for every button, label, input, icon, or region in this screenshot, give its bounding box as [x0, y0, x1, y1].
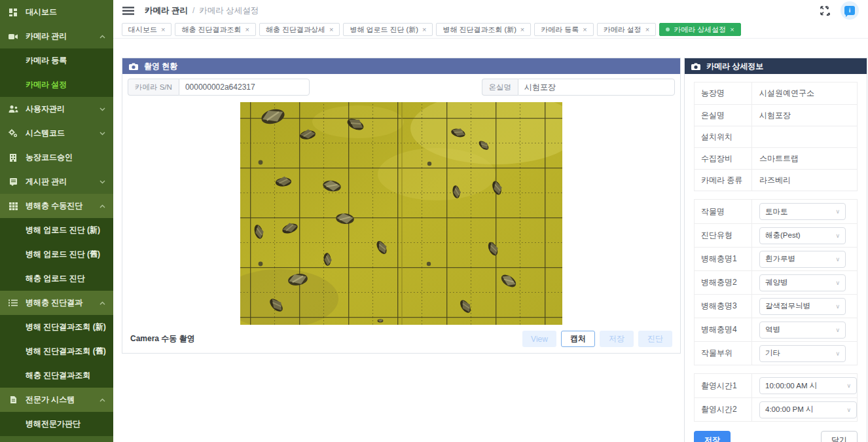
sidebar-item-camera-management[interactable]: 카메라 관리: [0, 24, 113, 48]
sidebar-item-label: 농장코드승인: [26, 152, 73, 163]
crop-part-select[interactable]: 기타 ∨: [759, 345, 846, 362]
close-icon[interactable]: ×: [730, 26, 734, 33]
table-row: 촬영시간2 4:00:00 PM 시 ∨: [695, 397, 857, 421]
tab-camera-settings[interactable]: 카메라 설정 ×: [597, 23, 657, 36]
breadcrumb-page: 카메라 상세설정: [199, 5, 259, 16]
fullscreen-icon[interactable]: [820, 6, 830, 16]
close-icon[interactable]: ×: [645, 26, 649, 33]
save-capture-button[interactable]: 저장: [600, 331, 634, 347]
tab-label: 해충 진단결과조회: [181, 25, 241, 35]
sidebar-submenu-expert: 병해전문가판단: [0, 412, 113, 436]
sidebar-item-label: 카메라 등록: [26, 55, 67, 66]
sidebar-item-label: 병해 진단결과조회 (新): [26, 322, 106, 333]
tab-pest-result-detail[interactable]: 해충 진단결과상세 ×: [259, 23, 340, 36]
gears-icon: [8, 129, 18, 138]
sidebar-item-disease-results-new[interactable]: 병해 진단결과조회 (新): [0, 315, 113, 339]
view-button[interactable]: View: [522, 331, 556, 347]
tab-camera-register[interactable]: 카메라 등록 ×: [534, 23, 594, 36]
sidebar-item-pest-manual-diagnosis[interactable]: 병해충 수동진단: [0, 194, 113, 218]
sidebar-item-label: 카메라 관리: [26, 31, 67, 42]
camera-sn-label: 카메라 S/N: [128, 79, 179, 96]
pest-name-4-select[interactable]: 역병 ∨: [759, 322, 846, 339]
document-icon: [8, 396, 18, 405]
table-row: 농장명 시설원예연구소: [695, 83, 857, 104]
capture-time-1-select[interactable]: 10:00:00 AM 시 ∨: [759, 377, 857, 394]
sidebar-item-pest-results[interactable]: 해충 진단결과조회: [0, 363, 113, 388]
chevron-up-icon: [99, 398, 105, 402]
list-icon: [8, 299, 18, 308]
capture-time-2-select[interactable]: 4:00:00 PM 시 ∨: [759, 401, 857, 418]
breadcrumb-section[interactable]: 카메라 관리: [145, 5, 188, 16]
close-icon[interactable]: ×: [245, 26, 249, 33]
close-icon[interactable]: ×: [520, 26, 524, 33]
sidebar-item-farm-code-approval[interactable]: 농장코드승인: [0, 145, 113, 170]
chevron-down-icon: ∨: [835, 232, 840, 239]
sidebar-item-camera-register[interactable]: 카메라 등록: [0, 48, 113, 73]
sidebar-item-pest-upload[interactable]: 해충 업로드 진단: [0, 267, 113, 291]
tab-pest-results[interactable]: 해충 진단결과조회 ×: [175, 23, 256, 36]
sidebar-item-expert-system[interactable]: 전문가 시스템: [0, 388, 113, 412]
diagnose-button[interactable]: 진단: [638, 331, 672, 347]
crop-name-select[interactable]: 토마토 ∨: [759, 203, 846, 220]
close-icon[interactable]: ×: [583, 26, 587, 33]
tab-label: 카메라 설정: [604, 25, 642, 35]
close-icon[interactable]: ×: [329, 26, 333, 33]
chevron-up-icon: [99, 204, 105, 208]
chevron-down-icon: ∨: [835, 350, 840, 357]
diagnosis-type-select[interactable]: 해충(Pest) ∨: [759, 227, 846, 244]
users-icon: [8, 105, 18, 114]
capture-panel-header: 촬영 현황: [122, 58, 680, 74]
sidebar-item-board-management[interactable]: 게시판 관리: [0, 170, 113, 194]
tab-camera-detail-settings[interactable]: 카메라 상세설정 ×: [659, 23, 741, 36]
sidebar-item-label: 해충 업로드 진단: [26, 273, 85, 284]
save-button[interactable]: 저장: [694, 431, 731, 442]
sidebar-item-camera-settings[interactable]: 카메라 설정: [0, 73, 113, 97]
sidebar-item-disease-upload-old[interactable]: 병해 업로드 진단 (舊): [0, 242, 113, 267]
chevron-down-icon: ∨: [846, 382, 851, 389]
greenhouse-group: 온실명: [482, 79, 676, 96]
close-icon[interactable]: ×: [422, 26, 426, 33]
camera-sn-input[interactable]: [179, 79, 310, 96]
table-row: 병해충명1 흰가루병 ∨: [695, 247, 857, 270]
table-row: 카메라 종류 라즈베리: [695, 169, 857, 191]
sidebar-item-disease-expert-judgement[interactable]: 병해전문가판단: [0, 412, 113, 436]
sidebar-item-disease-results-old[interactable]: 병해 진단결과조회 (舊): [0, 339, 113, 363]
hamburger-menu-icon[interactable]: [122, 7, 134, 15]
close-icon[interactable]: ×: [161, 26, 165, 33]
chevron-down-icon: [99, 107, 105, 111]
pest-name-3-select[interactable]: 갈색점무늬병 ∨: [759, 298, 846, 315]
topbar: 카메라 관리 / 카메라 상세설정 i: [113, 0, 868, 21]
tab-disease-results-new[interactable]: 병해 진단결과조회 (新) ×: [436, 23, 531, 36]
sidebar-item-label: 전문가 시스템: [26, 394, 75, 405]
table-row: 촬영시간1 10:00:00 AM 시 ∨: [695, 374, 857, 397]
tab-disease-upload-new[interactable]: 병해 업로드 진단 (新) ×: [343, 23, 433, 36]
sidebar-item-label: 게시판 관리: [26, 176, 67, 187]
sidebar-item-diagnosis-results[interactable]: 병해충 진단결과: [0, 291, 113, 315]
tab-label: 카메라 등록: [541, 25, 579, 35]
table-row: 병해충명4 역병 ∨: [695, 318, 857, 341]
table-row: 진단유형 해충(Pest) ∨: [695, 223, 857, 247]
sidebar-item-label: 시스템코드: [26, 128, 65, 139]
sidebar-item-disease-upload-new[interactable]: 병해 업로드 진단 (新): [0, 218, 113, 242]
active-tab-dot: [666, 28, 670, 31]
table-row: 병해충명3 갈색점무늬병 ∨: [695, 294, 857, 318]
chevron-up-icon: [99, 35, 105, 39]
sidebar-item-label: 카메라 설정: [26, 79, 67, 90]
tab-dashboard[interactable]: 대시보드 ×: [122, 23, 172, 36]
chevron-down-icon: ∨: [835, 280, 840, 286]
table-row: 설치위치: [695, 126, 857, 147]
sidebar-item-user-management[interactable]: 사용자관리: [0, 97, 113, 121]
close-button[interactable]: 닫기: [821, 431, 858, 442]
pest-name-1-select[interactable]: 흰가루병 ∨: [759, 251, 846, 268]
greenhouse-input[interactable]: [518, 79, 675, 96]
tab-label: 해충 진단결과상세: [266, 25, 325, 35]
sidebar-submenu-manual-diagnosis: 병해 업로드 진단 (新) 병해 업로드 진단 (舊) 해충 업로드 진단: [0, 218, 113, 291]
pest-name-2-select[interactable]: 궤양병 ∨: [759, 274, 846, 291]
sidebar-item-label: 병해전문가판단: [26, 418, 81, 430]
notification-chat-icon[interactable]: i: [841, 1, 859, 20]
sidebar-item-dashboard[interactable]: 대시보드: [0, 0, 113, 24]
capture-panel-title: 촬영 현황: [144, 61, 177, 72]
capture-button[interactable]: 캡처: [561, 331, 595, 347]
capture-time-table: 촬영시간1 10:00:00 AM 시 ∨ 촬영시간2 4:00:00 PM 시…: [694, 373, 858, 422]
sidebar-item-system-code[interactable]: 시스템코드: [0, 121, 113, 145]
